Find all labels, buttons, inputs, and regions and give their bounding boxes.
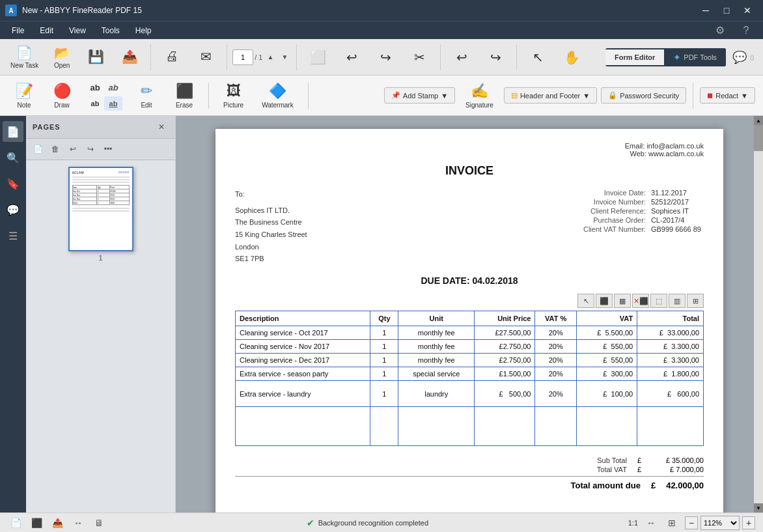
form-editor-tab[interactable]: Form Editor [605, 49, 664, 65]
fit-page-btn[interactable]: ⊞ [664, 515, 680, 531]
erase-button[interactable]: ⬛ Erase [168, 79, 201, 113]
signature-button[interactable]: ✍ Signature [459, 79, 500, 113]
open-button[interactable]: 📂 Open [46, 42, 77, 73]
draw-button[interactable]: 🔴 Draw [46, 79, 78, 113]
pages-close-button[interactable]: ✕ [154, 120, 169, 134]
search-sidebar-icon[interactable]: 🔍 [3, 147, 23, 168]
cursor-button[interactable]: ↖ [522, 42, 553, 73]
table-delete-col-btn[interactable]: ✕⬛ [632, 294, 649, 308]
undo-button[interactable]: ↩ [446, 42, 477, 73]
row3-price: £2.750,00 [475, 354, 535, 367]
page-thumbnail-1[interactable]: ACLAM INVOICE ItemQtyPrice Svc Oct127500… [68, 167, 133, 251]
menu-edit[interactable]: Edit [33, 23, 60, 38]
export-icon: 📤 [122, 49, 138, 64]
header-footer-button[interactable]: ▤ Header and Footer ▼ [504, 87, 597, 104]
sep-mode [208, 83, 209, 109]
picture-button[interactable]: 🖼 Picture [217, 79, 250, 113]
zoom-controls: − 112% 100% 75% 150% 200% + [685, 516, 755, 530]
text-ab-btn-2[interactable]: ab [104, 81, 122, 95]
edit-button[interactable]: ✏ Edit [130, 79, 163, 113]
comments-sidebar-icon[interactable]: 💬 [3, 199, 23, 220]
pdf-tools-tab[interactable]: ✦ PDF Tools [664, 48, 726, 66]
table-grid-btn[interactable]: ⊞ [687, 294, 704, 308]
menu-help[interactable]: Help [129, 23, 158, 38]
rotate-page-left-button[interactable]: ↩ [65, 141, 81, 157]
save-button[interactable]: 💾 [80, 42, 111, 73]
scroll-down-btn[interactable]: ▼ [754, 503, 763, 512]
add-stamp-button[interactable]: 📌 Add Stamp ▼ [384, 87, 455, 104]
status-bar: 📄 ⬛ 📤 ↔ 🖥 ✔ Background recognition compl… [0, 512, 763, 532]
email-button[interactable]: ✉ [190, 42, 221, 73]
comment-button[interactable]: 💬 0 [728, 46, 758, 68]
minimize-button[interactable]: ─ [695, 0, 716, 21]
status-left: 📄 ⬛ 📤 ↔ 🖥 [8, 515, 107, 531]
menu-tools[interactable]: Tools [95, 23, 126, 38]
note-button[interactable]: 📝 Note [8, 79, 40, 113]
separator-5 [516, 44, 517, 70]
vertical-scrollbar[interactable]: ▲ ▼ [754, 116, 763, 512]
scroll-thumb[interactable] [754, 125, 763, 151]
watermark-button[interactable]: 🔷 Watermark [255, 79, 300, 113]
fit-width-btn[interactable]: ↔ [643, 515, 659, 531]
settings-icon[interactable]: ⚙ [708, 20, 732, 41]
page-down-arrow[interactable]: ▼ [278, 51, 291, 64]
redact-button[interactable]: ◼ Redact ▼ [700, 87, 755, 104]
row3-desc: Cleaning service - Dec 2017 [236, 354, 370, 367]
zoom-out-btn[interactable]: − [685, 516, 698, 529]
row3-vat: £ 550,00 [576, 354, 637, 367]
zoom-in-btn[interactable]: + [742, 516, 755, 529]
crop-button[interactable]: ✂ [404, 42, 435, 73]
pages-sidebar-icon[interactable]: 📄 [3, 121, 23, 142]
purchase-order-label: Purchase Order: [581, 216, 648, 225]
bookmarks-sidebar-icon[interactable]: 🔖 [3, 173, 23, 194]
invoice-table: Description Qty Unit Unit Price VAT % VA… [235, 311, 704, 446]
table-col-btn[interactable]: ⬛ [596, 294, 613, 308]
monitor-status-btn[interactable]: 🖥 [91, 515, 107, 531]
menu-view[interactable]: View [62, 23, 92, 38]
export-button[interactable]: 📤 [114, 42, 145, 73]
print-icon: 🖨 [165, 49, 178, 64]
new-page-status-btn[interactable]: 📄 [8, 515, 23, 531]
maximize-button[interactable]: □ [716, 0, 737, 21]
text-ab-btn-4[interactable]: ab [104, 96, 122, 111]
table-row-btn[interactable]: ▦ [614, 294, 631, 308]
client-ref-label: Client Reference: [581, 206, 648, 216]
layers-sidebar-icon[interactable]: ☰ [3, 225, 23, 246]
rotate-left-button[interactable]: ↩ [336, 42, 367, 73]
page-up-arrow[interactable]: ▲ [264, 51, 277, 64]
table-split-btn[interactable]: ⬚ [650, 294, 667, 308]
add-page-button[interactable]: 📄 [30, 141, 46, 157]
delete-page-button[interactable]: 🗑 [48, 141, 63, 157]
hand-button[interactable]: ✋ [556, 42, 587, 73]
redo-button[interactable]: ↪ [480, 42, 511, 73]
window-controls: ─ □ ✕ [695, 0, 758, 21]
table-merge-btn[interactable]: ▥ [669, 294, 686, 308]
invoice-date-val: 31.12.2017 [648, 188, 704, 197]
document-area[interactable]: Email: info@aclam.co.uk Web: www.aclam.c… [176, 116, 763, 512]
sep-mode-2 [308, 83, 309, 109]
subtotal-row: Sub Total £ £ 35.000,00 [235, 456, 704, 464]
password-security-button[interactable]: 🔒 Password Security [601, 87, 686, 104]
zoom-select[interactable]: 112% 100% 75% 150% 200% [701, 516, 740, 530]
rotate-right-button[interactable]: ↪ [370, 42, 401, 73]
select-button[interactable]: ⬜ [302, 42, 333, 73]
text-ab-btn-1[interactable]: ab [86, 81, 104, 95]
insert-page-status-btn[interactable]: ⬛ [29, 515, 44, 531]
more-options-button[interactable]: ••• [100, 141, 116, 157]
text-ab-btn-3[interactable]: ab [86, 96, 104, 111]
menu-file[interactable]: File [5, 23, 31, 38]
page-number-input[interactable] [232, 49, 253, 65]
extract-status-btn[interactable]: 📤 [49, 515, 65, 531]
help-icon[interactable]: ? [734, 20, 758, 41]
close-button[interactable]: ✕ [737, 0, 758, 21]
new-task-button[interactable]: 📄 New Task [5, 42, 44, 73]
select-icon: ⬜ [310, 49, 326, 65]
print-button[interactable]: 🖨 [156, 42, 187, 73]
subtotal-val: £ 35.000,00 [652, 456, 704, 464]
new-task-icon: 📄 [16, 45, 33, 61]
subtotal-label: Sub Total [597, 456, 627, 464]
table-cursor-btn[interactable]: ↖ [577, 294, 594, 308]
scroll-up-btn[interactable]: ▲ [754, 116, 763, 125]
rotate-page-right-button[interactable]: ↪ [83, 141, 98, 157]
split-status-btn[interactable]: ↔ [70, 515, 86, 531]
